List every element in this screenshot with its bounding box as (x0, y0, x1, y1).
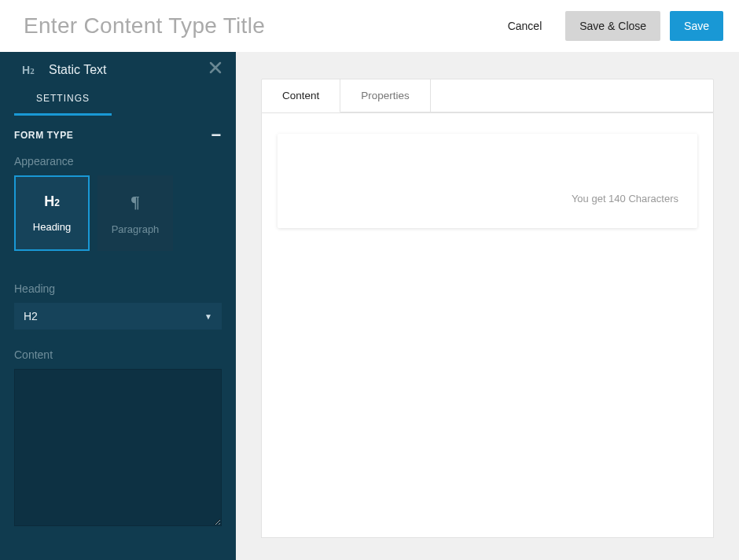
content-panel: You get 140 Characters (261, 113, 714, 538)
heading-select-wrap: H2 ▼ (14, 303, 222, 330)
tab-properties[interactable]: Properties (340, 79, 431, 112)
appearance-label: Appearance (14, 155, 222, 168)
save-and-close-button[interactable]: Save & Close (565, 11, 660, 41)
heading-field-label: Heading (14, 282, 222, 295)
content-tabs: Content Properties (261, 79, 714, 113)
sidebar-header: H2 Static Text (0, 52, 236, 85)
appearance-options: H2 Heading ¶ Paragraph (14, 175, 222, 251)
page-title-input[interactable]: Enter Content Type Title (24, 13, 265, 39)
appearance-option-paragraph[interactable]: ¶ Paragraph (97, 175, 173, 251)
appearance-option-heading[interactable]: H2 Heading (14, 175, 90, 251)
appearance-option-label: Heading (33, 221, 71, 233)
content-textarea[interactable] (14, 369, 222, 526)
content-field-label: Content (14, 348, 222, 361)
topbar-actions: Cancel Save & Close Save (494, 11, 723, 41)
heading-h2-icon: H2 (22, 64, 38, 76)
sidebar-tabs: SETTINGS (0, 85, 236, 116)
section-form-type-header[interactable]: FORM TYPE − (14, 130, 222, 141)
heading-select[interactable]: H2 (14, 303, 222, 330)
content-area: Content Properties You get 140 Character… (236, 52, 739, 560)
tab-settings[interactable]: SETTINGS (14, 85, 112, 116)
appearance-option-label: Paragraph (112, 223, 160, 235)
sidebar-body: FORM TYPE − Appearance H2 Heading ¶ Para… (0, 116, 236, 560)
close-icon[interactable] (209, 61, 222, 78)
topbar: Enter Content Type Title Cancel Save & C… (0, 0, 739, 52)
section-form-type-title: FORM TYPE (14, 130, 73, 141)
tabs-filler (431, 79, 713, 112)
collapse-icon[interactable]: − (211, 131, 222, 139)
main: H2 Static Text SETTINGS FORM TYPE − Appe… (0, 52, 739, 560)
paragraph-icon: ¶ (131, 192, 140, 212)
settings-sidebar: H2 Static Text SETTINGS FORM TYPE − Appe… (0, 52, 236, 560)
tab-content[interactable]: Content (262, 79, 340, 112)
sidebar-title: Static Text (49, 63, 107, 77)
heading-h2-icon: H2 (44, 193, 60, 210)
cancel-button[interactable]: Cancel (494, 11, 557, 41)
save-button[interactable]: Save (670, 11, 723, 41)
content-card[interactable]: You get 140 Characters (278, 134, 697, 228)
character-hint: You get 140 Characters (572, 193, 678, 204)
